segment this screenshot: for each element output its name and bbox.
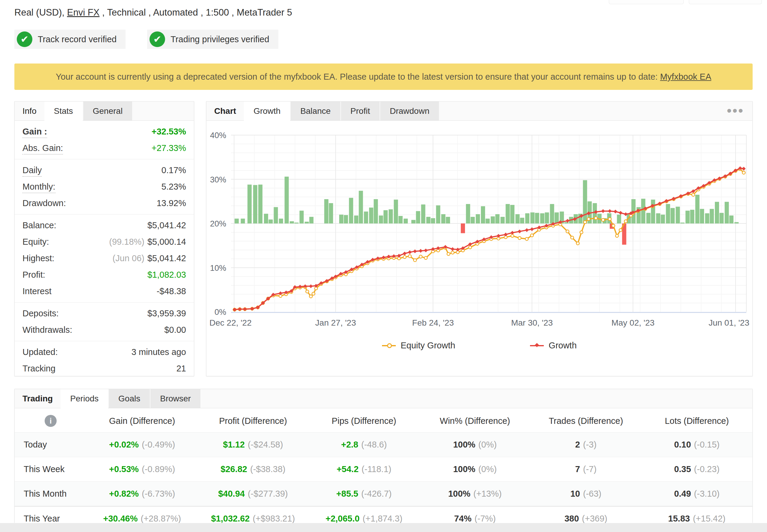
period-cell: +54.2(-118.1) [309, 457, 419, 482]
period-cell: 7(-7) [530, 457, 641, 482]
growth-marker-icon [530, 345, 544, 346]
banner-text: Your account is currently using a deprec… [56, 72, 658, 82]
chart-panel: ChartGrowthBalanceProfitDrawdown ••• 0%1… [206, 101, 753, 376]
legend-label: Equity Growth [401, 341, 455, 350]
period-cell: 10(-63) [530, 482, 641, 507]
check-circle-icon: ✔ [17, 31, 32, 47]
stat-value: 3 minutes ago [132, 347, 186, 357]
chart-panel-tabs: ChartGrowthBalanceProfitDrawdown ••• [206, 102, 752, 121]
stat-label: Highest: [22, 253, 54, 263]
stat-value: $5,041.42 [147, 220, 186, 230]
stat-label: Updated: [22, 347, 58, 357]
chart-menu-dots-icon[interactable]: ••• [718, 102, 752, 120]
svg-text:Jun 01, '23: Jun 01, '23 [709, 318, 749, 327]
period-cell: $1.12(-$24.58) [197, 433, 308, 457]
period-cell: +0.82%(-6.73%) [87, 482, 197, 507]
stat-value: +27.33% [152, 143, 186, 153]
trading-panel-tabs: TradingPeriodsGoalsBrowser [15, 389, 752, 408]
stat-row: Profit:$1,082.03 [15, 267, 194, 283]
period-cell: 100%(+13%) [419, 482, 530, 507]
stat-value: $0.00 [164, 325, 186, 335]
check-circle-icon: ✔ [150, 31, 165, 47]
cropped-top-button-1[interactable] [609, 0, 684, 4]
tab-chart-title: Chart [206, 102, 244, 120]
stat-label: Daily [22, 165, 42, 175]
tab-profit[interactable]: Profit [341, 102, 380, 120]
stat-value: 5.23% [161, 182, 186, 192]
table-row-this-week: This Week+0.53%(-0.89%)$26.82(-$38.38)+5… [15, 457, 752, 482]
banner-link[interactable]: Myfxbook EA [660, 72, 711, 82]
svg-text:20%: 20% [210, 219, 226, 228]
stats-group: Updated:3 minutes agoTracking21 [15, 341, 194, 380]
info-stats-panel: InfoStatsGeneral Gain :+32.53%Abs. Gain:… [14, 101, 194, 376]
period-cell: +0.53%(-0.89%) [87, 457, 197, 482]
stat-row: Balance:$5,041.42 [15, 217, 194, 234]
stat-row: Equity:(99.18%)$5,000.14 [15, 234, 194, 250]
stat-value: (99.18%)$5,000.14 [109, 237, 186, 247]
svg-text:Feb 24, '23: Feb 24, '23 [412, 318, 454, 327]
period-label: This Week [15, 457, 87, 482]
period-label: This Month [15, 482, 87, 507]
tab-balance[interactable]: Balance [291, 102, 340, 120]
stat-row: Updated:3 minutes ago [15, 344, 194, 360]
tab-drawdown[interactable]: Drawdown [380, 102, 439, 120]
stat-value: +32.53% [152, 127, 186, 137]
tab-goals[interactable]: Goals [109, 389, 150, 408]
svg-text:40%: 40% [210, 131, 226, 140]
chart-legend: Equity Growth Growth [206, 341, 752, 350]
period-cell: 0.35(-0.23) [641, 457, 752, 482]
periods-table: i Gain (Difference) Profit (Difference) … [15, 408, 752, 531]
stat-label: Drawdown: [22, 198, 66, 208]
tab-browser[interactable]: Browser [150, 389, 200, 408]
badge-trading-privileges: ✔ Trading privileges verified [147, 30, 278, 49]
info-panel-tabs: InfoStatsGeneral [15, 102, 194, 121]
period-cell: 100%(0%) [419, 457, 530, 482]
tab-growth[interactable]: Growth [244, 102, 290, 120]
badge-label: Track record verified [38, 34, 117, 44]
stat-row: Abs. Gain:+27.33% [15, 140, 194, 156]
growth-chart: 0%10%20%30%40%Dec 22, '22Jan 27, '23Feb … [206, 121, 752, 330]
badge-track-record: ✔ Track record verified [14, 30, 126, 49]
stat-label: Monthly: [22, 182, 55, 192]
tab-general[interactable]: General [83, 102, 132, 120]
svg-text:Dec 22, '22: Dec 22, '22 [209, 318, 252, 327]
stat-label: Equity: [22, 237, 49, 247]
stat-value: (Jun 06)$5,041.42 [113, 253, 186, 263]
svg-text:10%: 10% [210, 264, 226, 273]
col-profit: Profit (Difference) [197, 408, 308, 433]
stat-label: Profit: [22, 270, 45, 280]
period-cell: $26.82(-$38.38) [197, 457, 308, 482]
stat-row: Gain :+32.53% [15, 123, 194, 140]
col-lots: Lots (Difference) [641, 408, 752, 433]
period-label: Today [15, 433, 87, 457]
stat-row: Interest-$48.38 [15, 283, 194, 300]
stat-row: Tracking21 [15, 360, 194, 377]
tab-periods[interactable]: Periods [61, 389, 108, 408]
info-icon[interactable]: i [45, 415, 57, 427]
period-cell: +85.5(-426.7) [309, 482, 419, 507]
col-pips: Pips (Difference) [309, 408, 419, 433]
period-cell: 0.10(-0.15) [641, 433, 752, 457]
period-cell: 100%(0%) [419, 433, 530, 457]
account-link[interactable]: Envi FX [67, 7, 100, 18]
tab-info[interactable]: Info [15, 102, 44, 120]
stats-group: Daily0.17%Monthly:5.23%Drawdown:13.92% [15, 159, 194, 214]
legend-item-growth[interactable]: Growth [530, 341, 576, 350]
table-row-today: Today+0.02%(-0.49%)$1.12(-$24.58)+2.8(-4… [15, 433, 752, 457]
stat-value: 21 [176, 364, 186, 374]
tab-trading-title: Trading [15, 389, 61, 408]
period-cell: $40.94(-$277.39) [197, 482, 308, 507]
legend-item-equity-growth[interactable]: Equity Growth [382, 341, 455, 350]
svg-text:0%: 0% [215, 308, 226, 317]
stats-list: Gain :+32.53%Abs. Gain:+27.33%Daily0.17%… [15, 121, 194, 380]
stats-group: Gain :+32.53%Abs. Gain:+27.33% [15, 121, 194, 159]
deprecation-banner: Your account is currently using a deprec… [14, 64, 753, 90]
cropped-top-button-2[interactable] [689, 0, 762, 4]
stats-group: Deposits:$3,959.39Withdrawals:$0.00 [15, 302, 194, 341]
period-cell: +0.02%(-0.49%) [87, 433, 197, 457]
stat-row: Drawdown:13.92% [15, 195, 194, 211]
tab-stats[interactable]: Stats [44, 102, 83, 120]
stat-row: Withdrawals:$0.00 [15, 322, 194, 338]
stat-row: Deposits:$3,959.39 [15, 305, 194, 322]
trading-periods-panel: TradingPeriodsGoalsBrowser i Gain (Diffe… [14, 389, 753, 523]
